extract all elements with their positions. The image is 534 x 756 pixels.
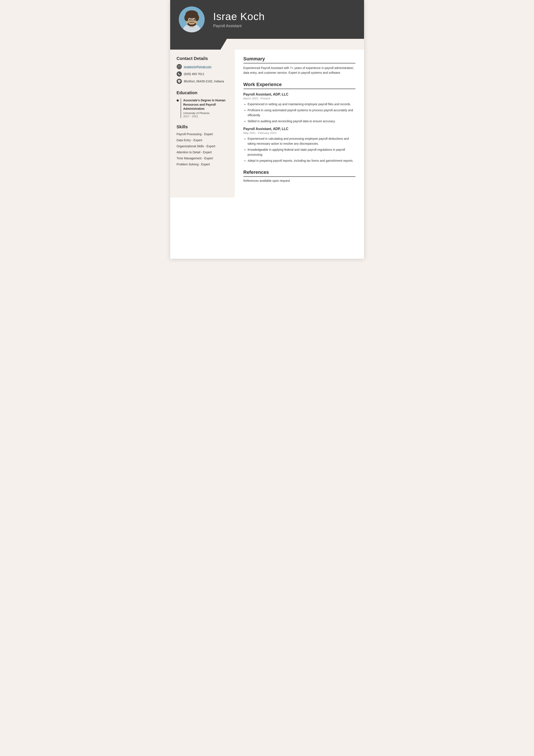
jobs-list: Payroll Assistant, ADP, LLCMarch 2023 - … (243, 93, 355, 163)
header: Israe Koch Payroll Assistant (170, 0, 364, 39)
summary-section: Summary Experienced Payroll Assistant wi… (243, 56, 355, 75)
contact-phone-item: (828) 469 7611 (177, 71, 228, 76)
contact-section-title: Contact Details (177, 56, 228, 61)
job-bullets: Experienced in calculating and processin… (243, 136, 355, 163)
edu-years: 2017 - 2021 (183, 115, 228, 118)
sidebar: Contact Details israekoch@gmail.com (170, 50, 235, 198)
edu-bullet-icon (177, 99, 179, 101)
email-value[interactable]: israekoch@gmail.com (184, 65, 212, 68)
job-bullets: Experienced in setting up and maintainin… (243, 102, 355, 124)
skill-item: Data Entry - Expert (177, 138, 228, 142)
candidate-title: Payroll Assistant (213, 24, 265, 28)
education-section: Education Associate's Degree in Human Re… (177, 90, 228, 118)
resume-container: Israe Koch Payroll Assistant Contact Det… (170, 0, 364, 259)
body-wrapper: Contact Details israekoch@gmail.com (170, 50, 364, 198)
references-section: References References available upon req… (243, 170, 355, 182)
skills-list: Payroll Processing - ExpertData Entry - … (177, 132, 228, 166)
job-bullet: Skilled in auditing and reconciling payr… (248, 119, 355, 123)
candidate-name: Israe Koch (213, 11, 265, 22)
skill-item: Attention to Detail - Expert (177, 150, 228, 154)
svg-point-6 (195, 14, 199, 21)
svg-point-10 (193, 19, 195, 20)
job-bullet: Knowledgeable in applying federal and st… (248, 147, 355, 157)
job-bullet: Proficient in using automated payroll sy… (248, 108, 355, 118)
job-bullet: Experienced in calculating and processin… (248, 136, 355, 146)
skill-item: Problem Solving - Expert (177, 163, 228, 166)
summary-text: Experienced Payroll Assistant with 7+ ye… (243, 66, 355, 75)
location-value: Blickfurt, 06439-2192, Indiana (184, 80, 224, 83)
svg-point-16 (191, 20, 192, 22)
job-dates: May 2021 - February 2023 (243, 131, 355, 135)
references-text: References available upon request (243, 179, 355, 182)
skill-item: Time Management - Expert (177, 156, 228, 160)
edu-degree: Associate's Degree in Human Resources an… (183, 98, 228, 111)
chevron-decoration (170, 39, 364, 50)
work-experience-section: Work Experience Payroll Assistant, ADP, … (243, 82, 355, 163)
main-content: Summary Experienced Payroll Assistant wi… (235, 50, 364, 198)
header-text: Israe Koch Payroll Assistant (213, 11, 265, 28)
avatar (179, 7, 205, 32)
edu-content: Associate's Degree in Human Resources an… (181, 98, 228, 118)
phone-icon (177, 71, 182, 76)
job-dates: March 2023 - Present (243, 97, 355, 100)
contact-location-item: Blickfurt, 06439-2192, Indiana (177, 79, 228, 84)
job-entry: Payroll Assistant, ADP, LLCMay 2021 - Fe… (243, 127, 355, 163)
summary-section-title: Summary (243, 56, 355, 64)
contact-email-item: israekoch@gmail.com (177, 64, 228, 69)
svg-point-20 (179, 81, 180, 82)
contact-section: Contact Details israekoch@gmail.com (177, 56, 228, 84)
job-bullet: Experienced in setting up and maintainin… (248, 102, 355, 107)
work-experience-title: Work Experience (243, 82, 355, 89)
job-title: Payroll Assistant, ADP, LLC (243, 93, 355, 96)
edu-school: University of Phoenix (183, 112, 228, 115)
skill-item: Payroll Processing - Expert (177, 132, 228, 136)
svg-point-9 (189, 19, 191, 20)
skills-section: Skills Payroll Processing - ExpertData E… (177, 124, 228, 166)
job-entry: Payroll Assistant, ADP, LLCMarch 2023 - … (243, 93, 355, 124)
skills-section-title: Skills (177, 124, 228, 129)
location-icon (177, 79, 182, 84)
education-section-title: Education (177, 90, 228, 95)
references-section-title: References (243, 170, 355, 177)
skill-item: Organizational Skills - Expert (177, 145, 228, 148)
job-bullet: Adept in preparing payroll reports, incl… (248, 158, 355, 163)
chevron-shape (170, 39, 235, 50)
email-icon (177, 64, 182, 69)
phone-value: (828) 469 7611 (184, 72, 204, 76)
job-title: Payroll Assistant, ADP, LLC (243, 127, 355, 131)
education-item: Associate's Degree in Human Resources an… (177, 98, 228, 118)
